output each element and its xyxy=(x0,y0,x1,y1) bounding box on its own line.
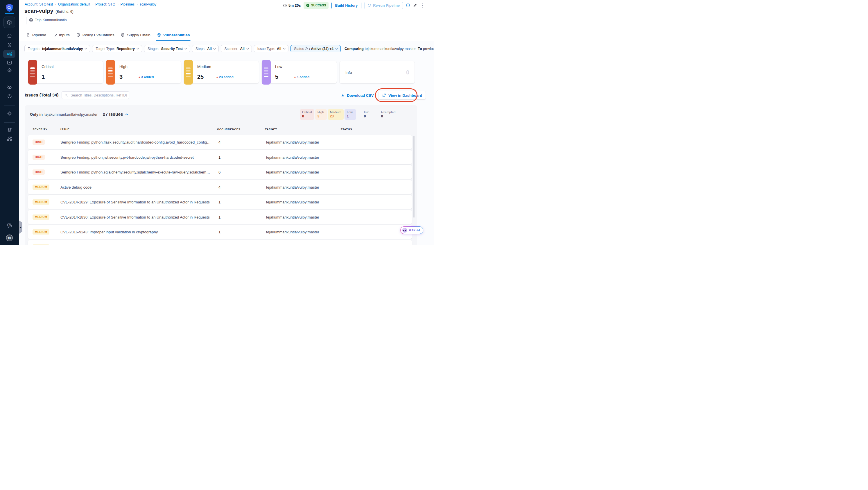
table-row[interactable]: HIGH Semgrep Finding: python.jwt.securit… xyxy=(28,150,412,164)
sidebar-item-module-config[interactable] xyxy=(0,127,19,133)
breadcrumb-current[interactable]: scan-vulpy xyxy=(140,2,156,6)
filter-target-type[interactable]: Target Type:Repository xyxy=(92,45,142,52)
build-id: (Build Id: 6) xyxy=(56,9,73,14)
target-value: tejakummarikuntla/vulpy:master xyxy=(266,170,319,174)
chip-low[interactable]: Low1 xyxy=(344,109,356,120)
sidebar-item-get-started[interactable] xyxy=(0,94,19,99)
sidebar-item-org-settings[interactable] xyxy=(0,136,19,142)
chevron-down-icon xyxy=(213,48,216,50)
tab-vulnerabilities[interactable]: Vulnerabilities xyxy=(157,29,190,41)
table-row[interactable]: MEDIUM CVE-2014-1829: Exposure of Sensit… xyxy=(28,195,412,209)
target-value: tejakummarikuntla/vulpy:master xyxy=(266,185,319,189)
card-count: 3 xyxy=(119,73,123,80)
chip-critical[interactable]: Critical0 xyxy=(300,109,314,120)
help-chat-icon[interactable]: ? xyxy=(0,223,19,229)
card-info[interactable]: Info 0 xyxy=(340,61,414,84)
table-row[interactable]: HIGH Semgrep Finding: python.sqlalchemy.… xyxy=(28,165,412,179)
chevron-down-icon xyxy=(136,48,139,50)
filter-stages[interactable]: Stages:Security Test xyxy=(144,45,190,52)
build-history-button[interactable]: Build History xyxy=(332,2,362,9)
card-low[interactable]: Low 5 ▲1 added xyxy=(262,61,337,84)
filter-status[interactable]: Status : Active (34) +4 xyxy=(290,45,341,52)
occurrences-value: 1 xyxy=(218,215,220,219)
tab-inputs[interactable]: Inputs xyxy=(53,29,70,41)
table-row[interactable]: HIGH Semgrep Finding: python.flask.secur… xyxy=(28,135,412,149)
occurrences-value: 1 xyxy=(218,155,220,159)
sto-module-logo-icon xyxy=(0,3,19,13)
filter-issue-type[interactable]: Issue Type:All xyxy=(254,45,289,52)
info-icon[interactable] xyxy=(406,3,410,7)
sidebar-item-home[interactable] xyxy=(0,33,19,39)
svg-text:?: ? xyxy=(8,224,9,226)
user-avatar[interactable]: TK xyxy=(6,235,13,241)
sidebar-item-scans[interactable] xyxy=(0,42,19,48)
sidebar-item-exemptions[interactable] xyxy=(0,85,19,90)
chip-exempted[interactable]: Exempted0 xyxy=(379,109,398,120)
rerun-pipeline-button[interactable]: Re-run Pipeline xyxy=(364,2,403,9)
shield-search-icon xyxy=(157,33,161,37)
ask-ai-button[interactable]: Ask AI xyxy=(400,226,423,234)
tab-supply-chain[interactable]: Supply Chain xyxy=(121,29,150,41)
occurrences-value: 1 xyxy=(218,200,220,204)
target-value: tejakummarikuntla/vulpy:master xyxy=(266,215,319,219)
more-options-icon[interactable] xyxy=(420,3,425,8)
table-row[interactable]: MEDIUM CVE-2016-9243: Improper input val… xyxy=(28,225,412,239)
download-csv-button[interactable]: Download CSV xyxy=(341,92,374,99)
table-row[interactable]: MEDIUM xyxy=(28,240,412,245)
chevron-up-icon xyxy=(125,113,128,115)
issues-section-title: Issues (Total 34) xyxy=(25,92,58,97)
refresh-icon xyxy=(368,3,371,7)
table-row[interactable]: MEDIUM Active debug code 4 tejakummariku… xyxy=(28,180,412,194)
card-high[interactable]: High 3 ▲3 added xyxy=(106,61,181,84)
inputs-icon xyxy=(53,33,57,37)
table-row[interactable]: MEDIUM CVE-2014-1830: Exposure of Sensit… xyxy=(28,210,412,224)
breadcrumb-project[interactable]: Project: STO xyxy=(95,2,115,6)
severity-badge: HIGH xyxy=(33,140,45,145)
issue-title: Semgrep Finding: python.sqlalchemy.secur… xyxy=(60,170,212,174)
sidebar-item-settings[interactable] xyxy=(0,111,19,116)
chip-medium[interactable]: Medium23 xyxy=(328,109,344,120)
chevron-down-icon xyxy=(283,48,285,50)
breadcrumb-pipelines[interactable]: Pipelines xyxy=(120,2,134,6)
tab-policy-evaluations[interactable]: Policy Evaluations xyxy=(76,29,115,41)
search-input[interactable] xyxy=(62,91,129,99)
tab-bar: Pipeline Inputs Policy Evaluations Suppl… xyxy=(19,29,434,41)
filter-scanner[interactable]: Scanner:All xyxy=(221,45,252,52)
card-label: High xyxy=(119,64,127,69)
severity-summary-cards: Critical 1 High 3 ▲3 added Medium 25 ▲23… xyxy=(28,61,414,84)
sidebar-divider xyxy=(4,105,15,105)
issue-title: CVE-2014-1830: Exposure of Sensitive Inf… xyxy=(60,215,210,219)
sidebar-item-executions[interactable] xyxy=(0,60,19,65)
sidebar-item-pipelines[interactable] xyxy=(3,50,16,58)
search-icon xyxy=(64,93,68,97)
tab-pipeline[interactable]: Pipeline xyxy=(26,29,46,41)
breadcrumb-org[interactable]: Organization: default xyxy=(58,2,90,6)
sidebar: ? TK xyxy=(0,0,19,245)
severity-badge: MEDIUM xyxy=(33,214,50,220)
card-medium[interactable]: Medium 25 ▲23 added xyxy=(184,61,259,84)
severity-badge: MEDIUM xyxy=(33,229,50,235)
view-in-dashboard-button[interactable]: View in Dashboard xyxy=(378,91,426,99)
breadcrumb-account[interactable]: Account: STO test xyxy=(25,2,53,6)
medium-strip-icon xyxy=(184,60,193,85)
check-circle-icon xyxy=(306,3,310,7)
table-scrollbar[interactable] xyxy=(413,136,414,218)
chip-high[interactable]: High3 xyxy=(315,109,327,120)
severity-badge: MEDIUM xyxy=(33,185,50,190)
card-critical[interactable]: Critical 1 xyxy=(28,61,103,84)
severity-badge: HIGH xyxy=(33,155,45,160)
issues-list: HIGH Semgrep Finding: python.flask.secur… xyxy=(28,135,412,245)
filter-steps[interactable]: Steps:All xyxy=(192,45,219,52)
chip-info[interactable]: Info0 xyxy=(362,109,373,120)
module-switcher-button[interactable] xyxy=(3,17,15,28)
severity-filter-chips: Critical0 High3 Medium23 Low1 Info0 Exem… xyxy=(300,109,398,120)
issue-count-toggle[interactable]: 27 Issues xyxy=(103,112,128,117)
sidebar-item-targets[interactable] xyxy=(0,67,19,73)
breadcrumb-separator: › xyxy=(92,3,94,6)
edit-pipeline-icon[interactable] xyxy=(413,3,417,7)
card-label: Info xyxy=(345,70,352,74)
clock-icon xyxy=(283,3,287,7)
severity-badge: MEDIUM xyxy=(33,244,50,245)
filter-targets[interactable]: Targets:tejakummarikuntla/vulpy xyxy=(24,45,90,52)
ai-mascot-icon xyxy=(402,228,407,233)
